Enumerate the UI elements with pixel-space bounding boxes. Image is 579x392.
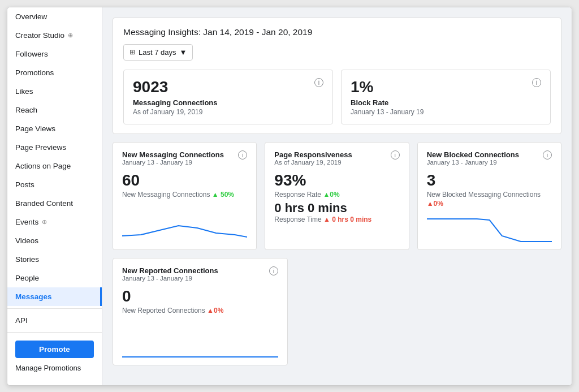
manage-promotions-link[interactable]: Manage Promotions — [7, 360, 102, 378]
sidebar-item-events[interactable]: Events⊕ — [7, 213, 102, 231]
blocked-number: 3 — [427, 171, 552, 189]
main-content: Messaging Insights: Jan 14, 2019 - Jan 2… — [102, 7, 572, 385]
sidebar-item-label: Page Previews — [15, 143, 66, 152]
sidebar-item-stories[interactable]: Stories — [7, 250, 102, 269]
connections-number: 9023 — [133, 78, 323, 96]
sidebar-item-creator-studio[interactable]: Creator Studio⊕ — [7, 26, 102, 45]
calendar-icon: ⊞ — [129, 48, 135, 56]
sidebar-item-label: Branded Content — [15, 199, 73, 208]
sidebar-item-page-previews[interactable]: Page Previews — [7, 138, 102, 157]
sidebar-item-label: Messages — [15, 292, 52, 301]
sidebar-item-label: Promotions — [15, 68, 54, 77]
sidebar-item-label: People — [15, 274, 39, 282]
metric-card-reported: New Reported Connections January 13 - Ja… — [113, 258, 288, 365]
blocked-change: ▲0% — [427, 200, 552, 208]
new-messaging-number: 60 — [122, 171, 247, 189]
responsiveness-date: As of January 19, 2019 — [274, 159, 352, 166]
reported-change: ▲0% — [207, 307, 223, 315]
bottom-row: New Reported Connections January 13 - Ja… — [113, 258, 561, 365]
info-icon-block-rate[interactable]: i — [532, 78, 541, 87]
responsiveness-title: Page Responsiveness — [274, 150, 352, 159]
sidebar-divider-2 — [7, 332, 102, 333]
new-messaging-title: New Messaging Connections — [122, 150, 224, 159]
info-icon-responsiveness[interactable]: i — [391, 150, 400, 160]
connections-label: Messaging Connections — [133, 98, 323, 107]
promote-button[interactable]: Promote — [15, 341, 94, 358]
block-rate-number: 1% — [351, 78, 541, 96]
expand-icon: ⊕ — [42, 218, 47, 226]
new-messaging-sparkline — [122, 208, 247, 242]
new-messaging-date: January 13 - January 19 — [122, 159, 224, 166]
date-filter-label: Last 7 days — [139, 48, 176, 57]
response-time-change: ▲ 0 hrs 0 mins — [323, 216, 371, 223]
new-messaging-sub: New Messaging Connections ▲ 50% — [122, 191, 247, 199]
sidebar-item-reach[interactable]: Reach — [7, 101, 102, 119]
date-filter-button[interactable]: ⊞ Last 7 days ▼ — [123, 44, 193, 61]
summary-cards: i 9023 Messaging Connections As of Janua… — [123, 70, 551, 124]
responsiveness-number: 93% — [274, 171, 399, 189]
sidebar-item-label: Videos — [15, 236, 38, 245]
reported-number: 0 — [122, 287, 278, 305]
info-icon-reported[interactable]: i — [269, 266, 278, 275]
metric-card-blocked: New Blocked Connections January 13 - Jan… — [417, 142, 561, 250]
sidebar-item-overview[interactable]: Overview — [7, 7, 102, 26]
sidebar-item-actions-on-page[interactable]: Actions on Page — [7, 157, 102, 175]
block-rate-date: January 13 - January 19 — [351, 108, 541, 116]
responsiveness-change: ▲0% — [323, 191, 339, 199]
page-title: Messaging Insights: Jan 14, 2019 - Jan 2… — [123, 27, 551, 37]
app-window: OverviewCreator Studio⊕FollowersPromotio… — [7, 7, 572, 386]
reported-sub: New Reported Connections ▲0% — [122, 307, 278, 315]
sidebar-item-promotions[interactable]: Promotions — [7, 63, 102, 82]
sidebar-item-likes[interactable]: Likes — [7, 82, 102, 101]
info-icon-new-messaging[interactable]: i — [238, 150, 247, 160]
sidebar-item-label: Actions on Page — [15, 162, 71, 170]
sidebar-item-followers[interactable]: Followers — [7, 45, 102, 63]
blocked-date: January 13 - January 19 — [427, 159, 519, 166]
reported-title: New Reported Connections — [122, 266, 218, 275]
info-icon-blocked[interactable]: i — [543, 150, 552, 160]
block-rate-label: Block Rate — [351, 98, 541, 107]
summary-card-block-rate: i 1% Block Rate January 13 - January 19 — [341, 70, 551, 124]
new-messaging-change: ▲ 50% — [212, 191, 234, 199]
sidebar-item-label: Events — [15, 218, 38, 226]
sidebar-item-label: Stories — [15, 255, 39, 264]
response-time-number: 0 hrs 0 mins — [274, 201, 399, 216]
response-time-label: Response Time ▲ 0 hrs 0 mins — [274, 216, 399, 223]
sidebar-item-label: API — [15, 316, 28, 325]
reported-date: January 13 - January 19 — [122, 275, 218, 282]
sidebar-item-label: Reach — [15, 106, 37, 114]
sidebar-item-label: Likes — [15, 87, 33, 96]
metric-card-responsiveness: Page Responsiveness As of January 19, 20… — [265, 142, 409, 250]
blocked-sub: New Blocked Messaging Connections — [427, 191, 552, 199]
info-icon-connections[interactable]: i — [314, 78, 323, 87]
summary-card-connections: i 9023 Messaging Connections As of Janua… — [123, 70, 333, 124]
sidebar-item-label: Followers — [15, 50, 48, 58]
blocked-sparkline — [427, 208, 552, 242]
sidebar-item-page-views[interactable]: Page Views — [7, 119, 102, 138]
sidebar-item-posts[interactable]: Posts — [7, 175, 102, 194]
sidebar-item-messages[interactable]: Messages — [7, 287, 102, 306]
sidebar-item-videos[interactable]: Videos — [7, 231, 102, 250]
sidebar: OverviewCreator Studio⊕FollowersPromotio… — [7, 7, 102, 385]
sidebar-item-label: Page Views — [15, 124, 55, 133]
connections-date: As of January 19, 2019 — [133, 108, 323, 116]
sidebar-item-label: Overview — [15, 12, 47, 21]
metric-card-new-messaging: New Messaging Connections January 13 - J… — [113, 142, 257, 250]
blocked-title: New Blocked Connections — [427, 150, 519, 159]
sidebar-item-label: Posts — [15, 180, 34, 189]
sidebar-item-label: Creator Studio — [15, 31, 64, 40]
expand-icon: ⊕ — [68, 32, 73, 39]
sidebar-item-api[interactable]: API — [7, 311, 102, 330]
reported-sparkline — [122, 323, 278, 357]
title-section: Messaging Insights: Jan 14, 2019 - Jan 2… — [113, 18, 561, 134]
sidebar-item-people[interactable]: People — [7, 269, 102, 287]
sidebar-item-branded-content[interactable]: Branded Content — [7, 194, 102, 213]
responsiveness-sub: Response Rate ▲0% — [274, 191, 399, 199]
chevron-down-icon: ▼ — [180, 48, 187, 57]
sidebar-divider — [7, 308, 102, 309]
metrics-row: New Messaging Connections January 13 - J… — [113, 142, 561, 250]
